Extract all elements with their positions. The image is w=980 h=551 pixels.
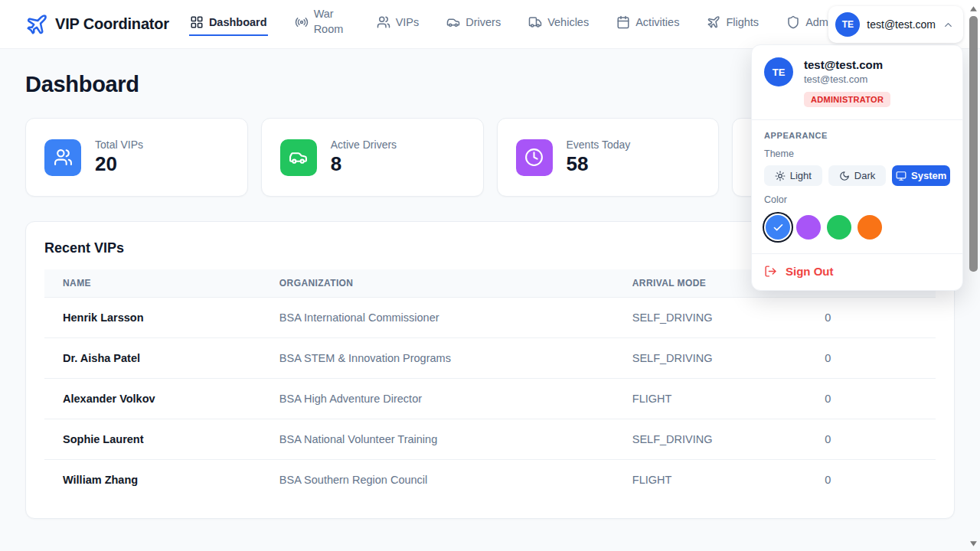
stat-icon	[516, 139, 553, 176]
vip-arrival-mode: SELF_DRIVING	[614, 338, 806, 379]
avatar: TE	[764, 57, 793, 86]
vip-events-count: 0	[806, 379, 936, 419]
stat-card-active-drivers: Active Drivers8	[261, 118, 484, 197]
vip-organization: BSA National Volunteer Training	[261, 419, 614, 460]
table-row[interactable]: Alexander VolkovBSA High Adventure Direc…	[44, 379, 936, 419]
stat-icon	[280, 139, 317, 176]
user-menu-button[interactable]: TE test@test.com	[828, 6, 963, 43]
menu-profile-text: test@test.com test@test.com ADMINISTRATO…	[804, 57, 890, 107]
car-icon	[289, 148, 308, 167]
vip-organization: BSA High Adventure Director	[261, 379, 614, 419]
theme-button-light[interactable]: Light	[764, 165, 822, 186]
vip-events-count: 0	[806, 460, 936, 500]
vip-events-count: 0	[806, 298, 936, 338]
user-email: test@test.com	[867, 18, 936, 31]
color-option-purple[interactable]	[796, 215, 821, 240]
nav-item-label: Activities	[635, 16, 679, 28]
sun-icon	[775, 171, 786, 181]
table-row[interactable]: Henrik LarssonBSA International Commissi…	[44, 298, 936, 338]
nav-item-vehicles[interactable]: Vehicles	[528, 13, 590, 36]
stat-value: 8	[331, 152, 397, 176]
theme-button-label: System	[911, 170, 946, 181]
main-nav: DashboardWar RoomVIPsDriversVehiclesActi…	[189, 5, 838, 43]
users-icon	[377, 15, 390, 29]
appearance-section: APPEARANCE Theme LightDarkSystem Color	[752, 120, 962, 253]
column-header: NAME	[44, 269, 261, 298]
plane-icon	[25, 13, 48, 36]
nav-item-label: Drivers	[466, 16, 501, 28]
vip-arrival-mode: FLIGHT	[614, 379, 806, 419]
nav-item-dashboard[interactable]: Dashboard	[189, 13, 268, 36]
avatar: TE	[835, 12, 860, 37]
stat-value: 58	[567, 152, 631, 176]
appearance-heading: APPEARANCE	[764, 131, 950, 140]
vip-name: Alexander Volkov	[44, 379, 261, 419]
nav-item-drivers[interactable]: Drivers	[446, 13, 501, 36]
plane-logo-icon	[25, 13, 48, 36]
scroll-up-arrow-icon[interactable]	[969, 5, 978, 13]
vip-organization: BSA STEM & Innovation Programs	[261, 338, 614, 379]
clock-icon	[524, 148, 544, 167]
stat-label: Active Drivers	[331, 139, 397, 151]
table-row[interactable]: Dr. Aisha PatelBSA STEM & Innovation Pro…	[44, 338, 936, 379]
stat-card-total-vips: Total VIPs20	[25, 118, 248, 197]
vip-organization: BSA Southern Region Council	[261, 460, 614, 500]
table-row[interactable]: Sophie LaurentBSA National Volunteer Tra…	[44, 419, 936, 460]
brand-name: VIP Coordinator	[55, 15, 169, 33]
vip-events-count: 0	[806, 338, 936, 379]
stat-icon	[44, 139, 81, 176]
sign-out-button[interactable]: Sign Out	[752, 254, 962, 290]
chevron-up-icon	[942, 19, 954, 31]
vip-name: Dr. Aisha Patel	[44, 338, 261, 379]
vip-events-count: 0	[806, 419, 936, 460]
scrollbar-thumb[interactable]	[969, 16, 978, 272]
theme-button-label: Light	[790, 170, 812, 181]
recent-vips-table: NAMEORGANIZATIONARRIVAL MODEEVENTS Henri…	[44, 269, 936, 500]
vip-name: Sophie Laurent	[44, 419, 261, 460]
color-option-green[interactable]	[827, 215, 851, 240]
nav-item-label: Flights	[726, 16, 759, 28]
role-badge: ADMINISTRATOR	[804, 92, 890, 107]
nav-item-label: Dashboard	[209, 16, 267, 28]
theme-button-label: Dark	[854, 170, 875, 181]
truck-icon	[528, 15, 542, 29]
users-icon	[54, 148, 73, 167]
color-option-blue[interactable]	[766, 215, 790, 240]
theme-button-dark[interactable]: Dark	[828, 165, 887, 186]
scroll-down-arrow-icon[interactable]	[969, 540, 978, 548]
radio-icon	[295, 15, 309, 29]
nav-item-vips[interactable]: VIPs	[376, 13, 420, 36]
table-row[interactable]: William ZhangBSA Southern Region Council…	[44, 460, 936, 500]
stat-label: Events Today	[567, 139, 631, 151]
stat-text: Active Drivers8	[331, 139, 397, 176]
nav-item-label: VIPs	[396, 16, 420, 28]
color-option-orange[interactable]	[858, 215, 882, 240]
stat-card-events-today: Events Today58	[497, 118, 720, 197]
table-body: Henrik LarssonBSA International Commissi…	[44, 298, 936, 500]
theme-button-system[interactable]: System	[892, 165, 950, 186]
theme-options: LightDarkSystem	[764, 165, 950, 186]
nav-item-label: Vehicles	[547, 16, 589, 28]
column-header: ORGANIZATION	[261, 269, 614, 298]
theme-label: Theme	[764, 148, 950, 159]
vip-organization: BSA International Commissioner	[261, 298, 614, 338]
vertical-scrollbar[interactable]	[967, 0, 980, 551]
layout-grid-icon	[190, 15, 204, 29]
log-out-icon	[764, 265, 777, 278]
menu-email-primary: test@test.com	[804, 58, 890, 71]
nav-item-activities[interactable]: Activities	[616, 13, 680, 36]
brand: VIP Coordinator	[25, 13, 169, 36]
car-icon	[446, 15, 460, 29]
shield-icon	[786, 15, 800, 29]
stat-text: Total VIPs20	[95, 139, 143, 176]
vip-arrival-mode: SELF_DRIVING	[614, 419, 806, 460]
menu-email-secondary: test@test.com	[804, 73, 890, 85]
stat-text: Events Today58	[567, 139, 631, 176]
nav-item-flights[interactable]: Flights	[706, 13, 760, 36]
nav-item-label: War Room	[314, 7, 349, 36]
vip-name: William Zhang	[44, 460, 261, 500]
user-dropdown-menu: TE test@test.com test@test.com ADMINISTR…	[751, 44, 963, 291]
vip-arrival-mode: SELF_DRIVING	[614, 298, 806, 338]
monitor-icon	[896, 171, 906, 181]
nav-item-war-room[interactable]: War Room	[294, 5, 350, 43]
